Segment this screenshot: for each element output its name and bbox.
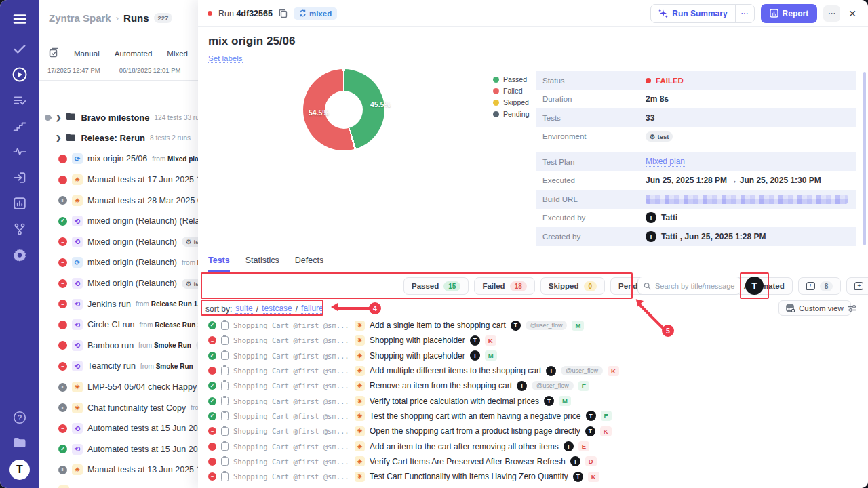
tree-run-row[interactable]: ‖✳Manual tests at 13 Jun 2025 12 (39, 460, 198, 481)
tab-defects[interactable]: Defects (295, 256, 323, 272)
close-run-button[interactable]: ✕ (846, 8, 859, 19)
test-letter-badge: E (578, 381, 589, 391)
filter-chip-skipped[interactable]: Skipped0 (540, 277, 605, 295)
tree-run-row[interactable]: ‖✳Chat functinality test Copyfrom (39, 397, 198, 418)
filter-chip-automated[interactable]: Automated (736, 277, 793, 295)
test-plan-link[interactable]: Mixed plan (646, 157, 685, 167)
runs-type-tab-manual[interactable]: Manual (74, 49, 100, 58)
hamburger-menu-icon[interactable] (12, 11, 28, 27)
help-icon[interactable]: ? (12, 409, 28, 426)
ai-sparkle-icon (658, 9, 668, 18)
sort-link-failure[interactable]: failure (301, 304, 323, 314)
run-summary-more-button[interactable]: ⋯ (735, 5, 754, 22)
tab-statistics[interactable]: Statistics (245, 256, 279, 272)
custom-view-icon (786, 304, 795, 312)
tree-run-row[interactable]: –⟲Circle CI runfrom Release Run 1.0 (39, 314, 198, 336)
tree-folder-row[interactable]: ❯Bravo milestone124 tests 33 run (39, 107, 198, 128)
search-input[interactable] (655, 282, 735, 290)
legend-item-skipped[interactable]: Skipped (493, 98, 530, 106)
manual-run-icon: ✳ (72, 464, 83, 475)
run-type-badge[interactable]: mixed (294, 7, 337, 20)
scrollbar[interactable] (863, 72, 866, 245)
more-actions-button[interactable]: ⋯ (823, 5, 840, 22)
tree-run-row[interactable]: ✓⟲Automated tests at 15 Jun 2025 (39, 439, 198, 460)
legend-item-passed[interactable]: Passed (493, 75, 530, 83)
tree-run-row[interactable]: –⟲Teamcity runfrom Smoke Run⚙1 (39, 356, 198, 377)
tree-run-row[interactable]: ✓⟲mixed origin (Relaunch) (Relau (39, 211, 198, 232)
manual-run-icon: ✳ (72, 195, 83, 206)
test-row[interactable]: ✓Shopping Cart @first @sm...✳Test the sh… (198, 409, 868, 424)
tree-run-row[interactable]: –⟲Automated tests at 15 Jun 2025 (39, 418, 198, 439)
detail-value: 2m 8s (646, 94, 669, 104)
test-row[interactable]: ✓Shopping Cart @first @sm...✳Remove an i… (198, 378, 868, 393)
test-row[interactable]: ✓Shopping Cart @first @sm...✳Add a singl… (198, 318, 868, 333)
tree-run-row[interactable]: –⟳mixed origin (Relaunch)from Mi (39, 252, 198, 273)
select-runs-icon[interactable] (49, 47, 59, 59)
pulse-icon[interactable] (12, 144, 28, 160)
sort-link-testcase[interactable]: testcase (262, 304, 292, 314)
runs-type-tab-automated[interactable]: Automated (115, 49, 153, 58)
run-name: LMP-554 05/04 check Happy F (87, 382, 198, 392)
tree-run-row[interactable]: –⟳mix origin 25/06from Mixed plan (39, 148, 198, 169)
settings-icon[interactable] (12, 247, 28, 263)
legend-item-failed[interactable]: Failed (493, 87, 530, 95)
tree-run-row[interactable]: –⟲Bamboo runfrom Smoke Run⚙ (39, 336, 198, 357)
view-settings-icon[interactable] (848, 303, 857, 315)
breadcrumb-project[interactable]: Zyntra Spark (49, 12, 111, 24)
runs-play-icon[interactable] (12, 66, 28, 83)
custom-view-button[interactable]: Custom view (778, 300, 851, 316)
steps-icon[interactable] (12, 118, 28, 134)
chevron-right-icon[interactable]: ❯ (56, 114, 61, 121)
test-row[interactable]: ✓Shopping Cart @first @sm...✳Verify tota… (198, 393, 868, 408)
test-row[interactable]: –Shopping Cart @first @sm...✳Test Cart F… (198, 469, 868, 484)
tree-run-row[interactable]: ‖✳LMP-554 05/04 check Happy F (39, 377, 198, 398)
tree-run-row[interactable]: ✳ (39, 481, 198, 488)
test-row[interactable]: –Shopping Cart @first @sm...✳Add an item… (198, 439, 868, 453)
run-name: mixed origin (Relaunch) (87, 258, 177, 267)
test-row[interactable]: –Shopping Cart @first @sm...✳Shopping wi… (198, 333, 868, 348)
tree-run-row[interactable]: –⟲Jenkins runfrom Release Run 1.0 (39, 293, 198, 314)
legend-item-pending[interactable]: Pending (493, 110, 530, 118)
detail-label: Build URL (542, 195, 646, 203)
projects-folder-icon[interactable] (12, 434, 28, 451)
filter-chip-failed[interactable]: Failed18 (474, 277, 534, 295)
annotation-badge-4: 4 (369, 302, 381, 314)
tree-run-row[interactable]: –✳Manual tests at 17 Jun 2025 10 (39, 169, 198, 190)
detail-label: Test Plan (542, 158, 646, 166)
test-row[interactable]: –Shopping Cart @first @sm...✳Add multipl… (198, 363, 868, 378)
detail-value (646, 195, 848, 204)
report-button[interactable]: Report (761, 4, 818, 23)
tree-folder-row[interactable]: ❯Release: Rerun8 tests 2 runs (39, 128, 198, 149)
run-summary-button[interactable]: Run Summary (651, 5, 734, 22)
copy-run-id-icon[interactable] (279, 9, 288, 18)
filter-chip-comment-add[interactable]: +15 (846, 277, 868, 295)
breadcrumb-section[interactable]: Runs (123, 12, 149, 24)
legend-label: Skipped (503, 98, 529, 106)
test-row[interactable]: –Shopping Cart @first @sm...✳Open the sh… (198, 424, 868, 439)
run-name: Automated tests at 15 Jun 2025 (87, 445, 198, 454)
tree-run-row[interactable]: –⟲Mixed origin (Relaunch)⚙te (39, 232, 198, 253)
chevron-right-icon[interactable]: ❯ (56, 134, 61, 142)
legend-dot (493, 88, 499, 94)
testcase-icon (221, 367, 229, 375)
analytics-icon[interactable] (12, 195, 28, 211)
filter-chip-comment[interactable]: !8 (798, 277, 842, 295)
branches-icon[interactable] (12, 221, 28, 237)
testcase-icon (221, 457, 229, 466)
tasks-check-icon[interactable] (12, 41, 28, 57)
sort-link-suite[interactable]: suite (235, 304, 252, 314)
tree-run-row[interactable]: –⟲Mixed origin (Relaunch)⚙te (39, 273, 198, 294)
assignee-filter-avatar[interactable]: T (745, 277, 764, 295)
test-row[interactable]: ✓Shopping Cart @first @sm...✳Shopping wi… (198, 348, 868, 363)
set-labels-link[interactable]: Set labels (208, 54, 243, 63)
test-cases-icon[interactable] (12, 92, 28, 108)
runs-count-badge: 227 (154, 13, 173, 23)
tree-run-row[interactable]: ‖✳Manual tests at 28 Mar 2025 0 (39, 190, 198, 211)
filter-chip-passed[interactable]: Passed15 (403, 277, 469, 295)
import-icon[interactable] (12, 169, 28, 186)
tab-tests[interactable]: Tests (208, 256, 230, 272)
auto-run-icon: ⟲ (72, 299, 83, 310)
test-row[interactable]: –Shopping Cart @first @sm...✳Verify Cart… (198, 454, 868, 469)
runs-type-tab-mixed[interactable]: Mixed (167, 49, 188, 58)
user-avatar[interactable]: T (9, 460, 30, 480)
